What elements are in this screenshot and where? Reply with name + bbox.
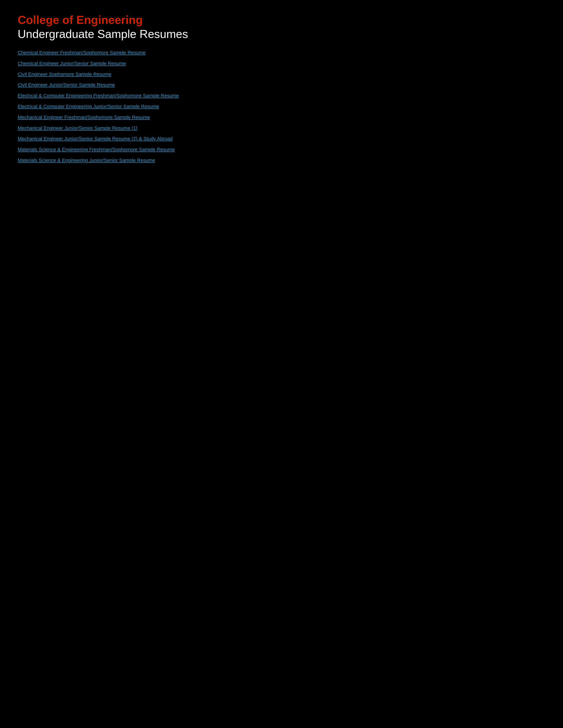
resume-link-8[interactable]: Mechanical Engineer Junior/Senior Sample… (18, 135, 545, 142)
resume-link-0[interactable]: Chemical Engineer Freshman/Sophomore Sam… (18, 49, 545, 56)
header-subtitle: Undergraduate Sample Resumes (18, 27, 545, 41)
resume-link-7[interactable]: Mechanical Engineer Junior/Senior Sample… (18, 125, 545, 132)
resume-link-5[interactable]: Electrical & Computer Engineering Junior… (18, 103, 545, 110)
resume-link-6[interactable]: Mechanical Engineer Freshman/Sophomore S… (18, 114, 545, 121)
resume-link-3[interactable]: Civil Engineer Junior/Senior Sample Resu… (18, 82, 545, 88)
resume-link-2[interactable]: Civil Engineer Sophomore Sample Resume (18, 71, 545, 78)
resume-link-10[interactable]: Materials Science & Engineering Junior/S… (18, 157, 545, 164)
page-header: College of Engineering Undergraduate Sam… (18, 13, 545, 41)
resume-link-9[interactable]: Materials Science & Engineering Freshman… (18, 146, 545, 153)
resume-link-1[interactable]: Chemical Engineer Junior/Senior Sample R… (18, 60, 545, 67)
resume-links-list: Chemical Engineer Freshman/Sophomore Sam… (18, 49, 545, 164)
resume-link-4[interactable]: Electrical & Computer Engineering Freshm… (18, 92, 545, 99)
header-title-red: College of Engineering (18, 13, 143, 26)
